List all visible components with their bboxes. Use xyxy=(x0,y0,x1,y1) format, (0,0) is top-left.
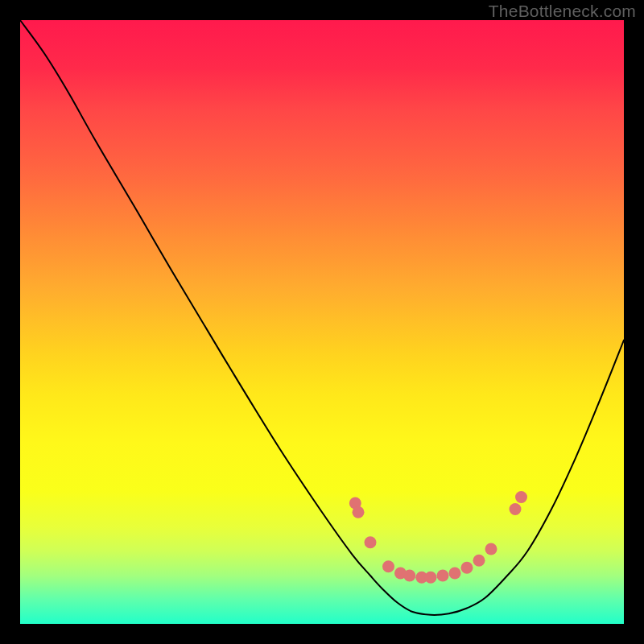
data-marker xyxy=(510,503,522,515)
data-marker xyxy=(425,572,437,584)
data-marker xyxy=(449,568,461,580)
watermark-text: TheBottleneck.com xyxy=(489,2,636,21)
chart-area xyxy=(20,20,624,624)
curve-markers xyxy=(349,491,527,584)
data-marker xyxy=(403,570,415,582)
data-marker xyxy=(485,543,497,555)
curve-line xyxy=(20,20,624,615)
data-marker xyxy=(473,555,485,567)
chart-svg xyxy=(20,20,624,624)
data-marker xyxy=(365,536,377,548)
data-marker xyxy=(515,491,527,503)
data-marker xyxy=(461,562,473,574)
data-marker xyxy=(382,560,394,572)
data-marker xyxy=(353,506,365,518)
data-marker xyxy=(437,570,449,582)
